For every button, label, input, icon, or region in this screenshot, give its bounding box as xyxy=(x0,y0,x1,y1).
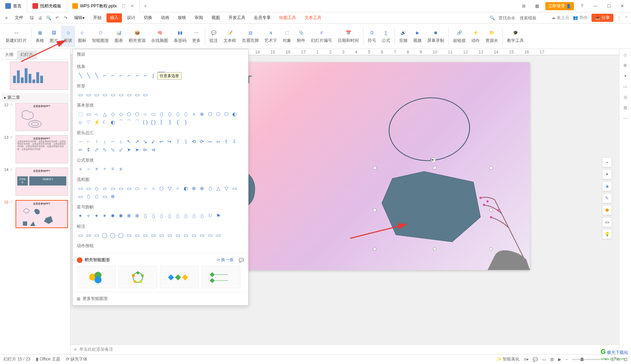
ft-fill[interactable]: ⬟ xyxy=(602,205,612,215)
shape-option[interactable]: ◐ xyxy=(182,185,189,192)
shape-option[interactable]: ○ xyxy=(150,185,157,192)
shape-option[interactable]: ⬡ xyxy=(134,111,141,118)
shape-option[interactable]: ☾ xyxy=(101,119,108,126)
share-button[interactable]: 📤 分享 xyxy=(592,14,613,22)
shape-option[interactable]: ▭ xyxy=(109,185,116,192)
view-comments-icon[interactable]: 💬 xyxy=(533,357,538,362)
smart-template-2[interactable] xyxy=(118,266,157,288)
rb-folder[interactable]: 📁资源夹 xyxy=(483,26,501,47)
shape-option[interactable]: ✦ xyxy=(93,212,100,219)
rail-diamond-icon[interactable]: ◇ xyxy=(624,52,627,57)
outline-tab[interactable]: 大纲 xyxy=(1,50,17,59)
shape-option[interactable]: } xyxy=(182,119,189,126)
thumb-13[interactable]: 13☆ 这里是举例PPT这里是举例文字内容，这里是举例文字内容，这里是举例文字内… xyxy=(1,134,69,164)
shape-option[interactable]: ☺ xyxy=(77,119,84,126)
shape-option[interactable]: △ xyxy=(215,185,222,192)
shape-option[interactable]: ⌐ xyxy=(125,72,133,79)
ft-zoom-in[interactable]: + xyxy=(602,169,612,179)
thumb-12[interactable]: 12☆ 这里是举例PPT xyxy=(1,102,69,132)
undo-icon[interactable]: ↶ xyxy=(54,14,61,21)
tab-close-icon[interactable]: ✕ xyxy=(130,4,134,8)
shape-option[interactable]: ↙ xyxy=(150,138,157,145)
tab-drawtool[interactable]: 绘图工具 xyxy=(276,13,300,23)
smart-template-4[interactable] xyxy=(202,266,240,288)
shape-option[interactable]: ⬯ xyxy=(198,212,206,219)
shape-option[interactable]: ⬯ xyxy=(174,111,181,118)
rb-video[interactable]: ▶视频 xyxy=(410,26,424,47)
shape-option[interactable]: ▭ xyxy=(207,232,214,239)
ft-pen[interactable]: ✎ xyxy=(602,193,612,203)
shape-option[interactable]: ↔ xyxy=(109,138,116,145)
shape-option[interactable]: ⬃ xyxy=(117,146,124,153)
handle-nw[interactable] xyxy=(373,166,376,170)
rb-smartart[interactable]: ⬡智能图形 xyxy=(89,26,112,47)
rb-record[interactable]: ⏺屏幕录制 xyxy=(424,26,447,47)
shape-option[interactable]: ↓ xyxy=(101,138,108,145)
tab-view[interactable]: 视图 xyxy=(208,13,223,23)
zoom-out-icon[interactable]: − xyxy=(565,357,568,362)
view-normal-icon[interactable]: ▭ xyxy=(542,357,546,362)
rb-teach[interactable]: 🎓教学工具 xyxy=(504,26,527,47)
shape-option[interactable]: ○ xyxy=(93,111,100,118)
rb-chart[interactable]: 📊图表 xyxy=(112,26,126,47)
shape-option[interactable]: ⚑ xyxy=(215,212,222,219)
view-notes-icon[interactable]: ≡▾ xyxy=(524,357,528,362)
menu-icon[interactable]: ≡ xyxy=(3,14,10,21)
shape-option[interactable]: ⬯ xyxy=(158,212,165,219)
rail-template-icon[interactable]: ▭ xyxy=(623,84,627,89)
shape-option[interactable]: ⚡ xyxy=(93,119,100,126)
shape-option[interactable]: ∫ xyxy=(150,72,157,79)
shape-option[interactable]: ⊗ xyxy=(190,185,197,192)
redo-icon[interactable]: ↷ xyxy=(62,14,69,21)
shape-option[interactable]: ⌐ xyxy=(134,72,141,79)
shape-option[interactable]: ▭ xyxy=(125,91,133,98)
ft-rect[interactable]: ▭ xyxy=(602,217,612,227)
smart-template-1[interactable] xyxy=(77,266,116,288)
shape-option[interactable]: ◯ xyxy=(109,232,116,239)
rail-sparkle-icon[interactable]: ✦ xyxy=(624,74,627,79)
shape-option[interactable]: ▭ xyxy=(85,91,92,98)
more-icon[interactable]: ⋮ xyxy=(617,15,621,20)
shape-option[interactable]: ▭ xyxy=(174,232,181,239)
shape-option[interactable]: ⬚ xyxy=(77,111,84,118)
cloud-status[interactable]: ☁ 未上云 xyxy=(551,15,569,21)
shape-option[interactable]: ⇕ xyxy=(85,146,92,153)
shape-option[interactable]: ✻ xyxy=(125,212,133,219)
shape-option[interactable]: ▭ xyxy=(134,232,141,239)
oval-shape[interactable] xyxy=(386,94,473,164)
login-button[interactable]: 立即登录 👤 xyxy=(545,2,574,10)
thumb-14[interactable]: 14☆ 这里是举例PPT打开软件找到恢复卡 xyxy=(1,167,69,196)
rb-resource[interactable]: 📦稻壳资源 xyxy=(126,26,148,47)
rb-more[interactable]: ⋯更多 xyxy=(189,26,203,47)
shape-option[interactable]: ✧ xyxy=(85,212,92,219)
minimize-icon[interactable]: — xyxy=(590,4,601,8)
shape-option[interactable]: { xyxy=(174,119,181,126)
chapter-2[interactable]: ▸ 第二章 xyxy=(1,93,69,102)
beautify-button[interactable]: ✨ 智能美化 xyxy=(496,356,520,362)
shape-option[interactable]: ⬭ xyxy=(150,111,157,118)
rb-barcode[interactable]: ▮▮条形码 xyxy=(171,26,189,47)
shape-option[interactable]: ⟲ xyxy=(190,138,197,145)
shape-option[interactable]: ▭ xyxy=(231,185,238,192)
shape-option[interactable]: ◯ xyxy=(117,232,124,239)
rb-header[interactable]: ▤页眉页脚 xyxy=(239,26,262,47)
view-sorter-icon[interactable]: ⊞ xyxy=(550,357,554,362)
shape-option[interactable]: ▭ xyxy=(166,232,173,239)
rb-attach[interactable]: 📎附件 xyxy=(294,26,308,47)
shape-option[interactable]: ◇ xyxy=(117,111,124,118)
rb-slidenum[interactable]: #幻灯片编号 xyxy=(308,26,335,47)
tab-file[interactable]: WPS PPT教程.pptx☐✕ xyxy=(67,0,140,12)
shape-option[interactable]: ▭ xyxy=(93,91,100,98)
shape-option[interactable]: ⌐ xyxy=(142,72,149,79)
shape-option[interactable]: ⊳ xyxy=(142,146,149,153)
search-input[interactable] xyxy=(498,15,548,20)
shape-option[interactable]: ◐ xyxy=(231,111,238,118)
shape-option[interactable]: ▭ xyxy=(85,185,92,192)
shape-option[interactable]: ○ xyxy=(142,185,149,192)
rb-symbol[interactable]: Ω符号 xyxy=(365,26,379,47)
shape-option[interactable]: ▭ xyxy=(77,185,84,192)
shape-option[interactable]: ▭ xyxy=(198,232,206,239)
shape-option[interactable]: ⊲ xyxy=(150,146,157,153)
shape-option[interactable]: ⬯ xyxy=(207,185,214,192)
rb-datetime[interactable]: 📅日期和时间 xyxy=(335,26,362,47)
